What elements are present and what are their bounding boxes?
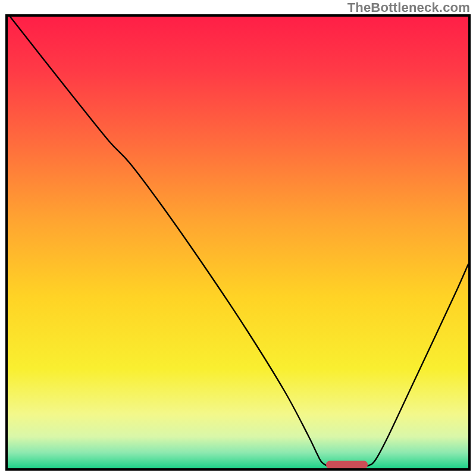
chart-frame: [5, 14, 471, 471]
watermark-text: TheBottleneck.com: [347, 0, 470, 15]
chart-svg: [8, 17, 468, 468]
chart-background: [8, 17, 468, 468]
optimal-marker: [326, 461, 368, 469]
